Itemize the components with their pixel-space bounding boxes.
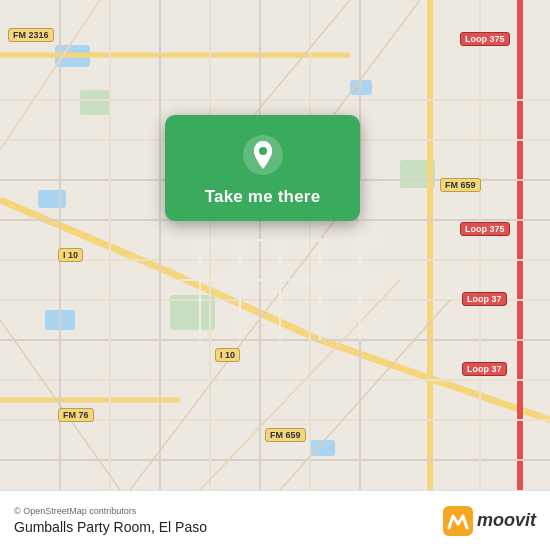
highway-fm659-bot: FM 659 (265, 428, 306, 442)
highway-i10-left: I 10 (58, 248, 83, 262)
svg-rect-2 (38, 190, 66, 208)
location-pin-icon (241, 133, 285, 177)
action-card[interactable]: Take me there (165, 115, 360, 221)
svg-rect-52 (443, 506, 473, 536)
moovit-brand-text: moovit (477, 510, 536, 531)
highway-loop375-mid2: Loop 37 (462, 292, 507, 306)
attribution-text: © OpenStreetMap contributors (14, 506, 207, 516)
highway-loop375-top: Loop 375 (460, 32, 510, 46)
highway-fm76: FM 76 (58, 408, 94, 422)
bottom-info: © OpenStreetMap contributors Gumballs Pa… (14, 506, 207, 535)
highway-fm2316: FM 2316 (8, 28, 54, 42)
moovit-logo: moovit (443, 506, 536, 536)
svg-point-51 (259, 147, 267, 155)
svg-rect-7 (80, 90, 110, 115)
highway-fm659-top: FM 659 (440, 178, 481, 192)
highway-loop375-mid1: Loop 375 (460, 222, 510, 236)
action-label: Take me there (205, 187, 321, 207)
map-container: FM 2316 I 10 I 10 FM 659 FM 659 FM 76 Lo… (0, 0, 550, 550)
highway-i10-mid: I 10 (215, 348, 240, 362)
bottom-bar: © OpenStreetMap contributors Gumballs Pa… (0, 490, 550, 550)
moovit-icon (443, 506, 473, 536)
highway-loop375-bot: Loop 37 (462, 362, 507, 376)
place-name: Gumballs Party Room, El Paso (14, 519, 207, 535)
